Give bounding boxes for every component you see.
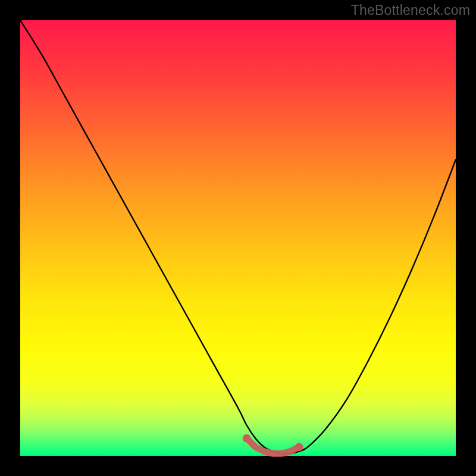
highlight-segment bbox=[243, 434, 303, 454]
svg-point-1 bbox=[295, 443, 303, 451]
plot-area bbox=[20, 20, 456, 456]
chart-frame: TheBottleneck.com bbox=[0, 0, 476, 476]
watermark-text: TheBottleneck.com bbox=[351, 2, 470, 18]
curve-line bbox=[20, 20, 456, 454]
chart-svg bbox=[20, 20, 456, 456]
svg-point-0 bbox=[243, 434, 251, 443]
